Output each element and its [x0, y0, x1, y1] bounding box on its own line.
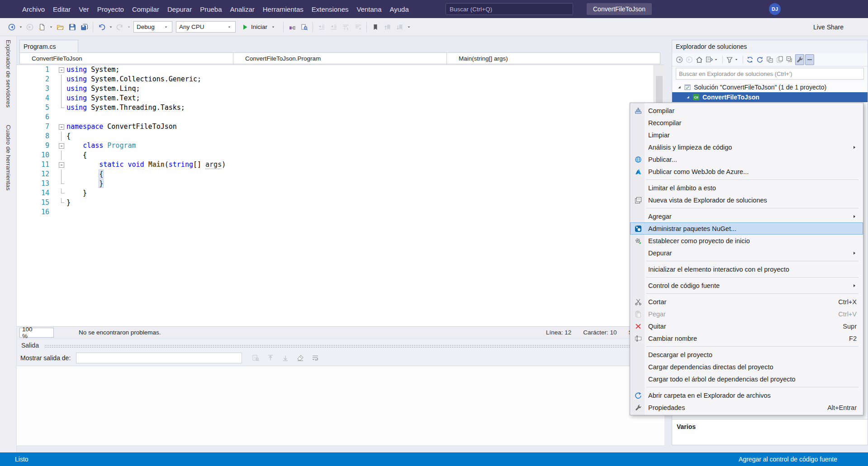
background-tasks-icon[interactable]: [4, 455, 12, 463]
close-panel-icon[interactable]: [858, 43, 864, 50]
code-line[interactable]: 3using System.Linq;: [17, 84, 664, 94]
menu-depurar[interactable]: Depurar: [163, 0, 196, 18]
fold-toggle[interactable]: -: [57, 141, 66, 151]
new-project-options-icon[interactable]: [48, 21, 54, 33]
previous-bookmark-icon[interactable]: [381, 21, 394, 33]
menu-prueba[interactable]: Prueba: [196, 0, 226, 18]
context-menu-item-cortar[interactable]: CortarCtrl+X: [630, 296, 863, 308]
expand-arrow-icon[interactable]: [684, 95, 691, 99]
file-nesting-icon[interactable]: [765, 54, 774, 65]
tree-node-convertfiletojson[interactable]: C#ConvertFileToJson: [672, 92, 868, 102]
editor-options-gear-icon[interactable]: [654, 44, 660, 51]
context-menu-item-descargar-el-proyecto[interactable]: Descargar el proyecto: [630, 348, 863, 361]
context-menu-item-analisis-y-limpieza-de-codigo[interactable]: Análisis y limpieza de código: [630, 141, 863, 153]
attach-to-process-icon[interactable]: [286, 21, 298, 33]
context-menu-item-cambiar-nombre[interactable]: Cambiar nombreF2: [630, 332, 863, 344]
caret-up-icon[interactable]: [841, 456, 848, 462]
code-line[interactable]: 12 {: [17, 169, 664, 179]
code-line[interactable]: 16: [17, 207, 664, 217]
navigate-backward-icon[interactable]: [5, 21, 18, 33]
code-line[interactable]: 6: [17, 113, 664, 122]
live-share-button[interactable]: Live Share: [802, 23, 844, 31]
code-line[interactable]: 14 }: [17, 188, 664, 198]
show-all-files-icon[interactable]: [775, 54, 784, 65]
open-file-icon[interactable]: [54, 21, 66, 33]
window-position-chevron-icon[interactable]: [840, 43, 846, 50]
previous-message-icon[interactable]: [264, 352, 276, 364]
context-menu-item-administrar-paquetes-nuget[interactable]: Administrar paquetes NuGet...: [630, 222, 863, 235]
context-menu-item-recompilar[interactable]: Recompilar: [630, 117, 863, 129]
fold-toggle[interactable]: -: [57, 160, 66, 169]
navigate-forward-icon[interactable]: [24, 21, 36, 33]
code-line[interactable]: 11- static void Main(string[] args): [17, 160, 664, 169]
notifications-bell-icon[interactable]: [855, 455, 863, 463]
sync-with-active-document-icon[interactable]: [745, 54, 754, 65]
uncomment-selection-icon[interactable]: [352, 21, 364, 33]
save-all-icon[interactable]: [78, 21, 90, 33]
pending-changes-filter-icon[interactable]: [725, 54, 740, 65]
chevron-down-icon[interactable]: [854, 71, 861, 77]
context-menu-item-depurar[interactable]: Depurar: [630, 247, 863, 259]
toggle-word-wrap-icon[interactable]: [309, 352, 321, 364]
properties-icon[interactable]: [795, 54, 804, 65]
menu-ventana[interactable]: Ventana: [352, 0, 385, 18]
preview-selected-items-icon[interactable]: [805, 54, 814, 65]
increase-line-indent-icon[interactable]: [327, 21, 340, 33]
code-line[interactable]: 4using System.Text;: [17, 94, 664, 103]
undo-icon[interactable]: [95, 21, 108, 33]
code-line[interactable]: 2using System.Collections.Generic;: [17, 75, 664, 84]
panel-drag-handle[interactable]: [44, 344, 656, 348]
code-line[interactable]: 9- class Program: [17, 141, 664, 151]
undo-options-icon[interactable]: [108, 21, 114, 33]
document-health-indicator[interactable]: No se encontraron problemas.: [67, 329, 190, 337]
project-dropdown[interactable]: ConvertFileToJson: [19, 52, 233, 64]
code-line[interactable]: 7-namespace ConvertFileToJson: [17, 122, 664, 132]
code-line[interactable]: 13 }: [17, 179, 664, 188]
context-menu-item-publicar-como-webjob-de-azure[interactable]: Publicar como WebJob de Azure...: [630, 165, 863, 178]
save-icon[interactable]: [66, 21, 78, 33]
menu-archivo[interactable]: Archivo: [18, 0, 49, 18]
back-icon[interactable]: [675, 54, 684, 65]
fold-toggle[interactable]: -: [57, 65, 66, 75]
user-avatar[interactable]: DJ: [769, 3, 781, 15]
context-menu-item-propiedades[interactable]: PropiedadesAlt+Entrar: [630, 401, 863, 414]
rail-tab-explorador-de-servidores[interactable]: Explorador de servidores: [5, 40, 12, 108]
switch-views-icon[interactable]: [705, 54, 720, 65]
context-menu-item-nueva-vista-de-explorador-de-soluciones[interactable]: Nueva vista de Explorador de soluciones: [630, 194, 863, 206]
find-message-in-code-icon[interactable]: [249, 352, 261, 364]
restore-button[interactable]: [816, 0, 842, 18]
solution-explorer-header[interactable]: Explorador de soluciones: [672, 40, 868, 53]
close-tab-icon[interactable]: [68, 43, 74, 50]
expand-arrow-icon[interactable]: [676, 85, 683, 89]
bookmark-window-options-icon[interactable]: [406, 21, 412, 33]
document-list-chevron-icon[interactable]: [645, 44, 652, 51]
menu-proyecto[interactable]: Proyecto: [93, 0, 128, 18]
forward-icon[interactable]: [685, 54, 694, 65]
quick-search-box[interactable]: Buscar (Ctrl+Q): [446, 3, 573, 15]
output-source-combo[interactable]: [76, 353, 242, 363]
context-menu-item-pegar[interactable]: PegarCtrl+V: [630, 308, 863, 320]
minimize-button[interactable]: [789, 0, 816, 18]
navigate-backward-options-icon[interactable]: [18, 21, 24, 33]
refresh-icon[interactable]: [755, 54, 764, 65]
solution-platforms-combo[interactable]: Any CPU: [176, 21, 236, 33]
menu-extensiones[interactable]: Extensiones: [308, 0, 353, 18]
context-menu-item-control-de-codigo-fuente[interactable]: Control de código fuente: [630, 279, 863, 292]
code-line[interactable]: 5using System.Threading.Tasks;: [17, 103, 664, 113]
add-to-source-control-button[interactable]: Agregar al control de código fuente: [739, 456, 837, 463]
context-menu-item-limpiar[interactable]: Limpiar: [630, 129, 863, 141]
home-icon[interactable]: [695, 54, 704, 65]
feedback-icon[interactable]: [849, 23, 857, 31]
context-menu-item-inicializar-el-elemento-interactivo-con-el-proye[interactable]: Inicializar el elemento interactivo con …: [630, 263, 863, 275]
comment-selection-icon[interactable]: [340, 21, 352, 33]
rail-tab-cuadro-de-herramientas[interactable]: Cuadro de herramientas: [5, 125, 12, 191]
code-editor[interactable]: 1-using System;2using System.Collections…: [17, 65, 664, 326]
context-menu-item-limitar-el-ambito-a-esto[interactable]: Limitar el ámbito a esto: [630, 182, 863, 194]
context-menu-item-compilar[interactable]: Compilar: [630, 104, 863, 117]
solution-configurations-combo[interactable]: Debug: [133, 21, 172, 33]
context-menu-item-establecer-como-proyecto-de-inicio[interactable]: Establecer como proyecto de inicio: [630, 235, 863, 247]
next-message-icon[interactable]: [279, 352, 291, 364]
code-line[interactable]: 10 {: [17, 151, 664, 160]
context-menu-item-cargar-dependencias-directas-del-proyecto[interactable]: Cargar dependencias directas del proyect…: [630, 361, 863, 373]
menu-editar[interactable]: Editar: [49, 0, 75, 18]
